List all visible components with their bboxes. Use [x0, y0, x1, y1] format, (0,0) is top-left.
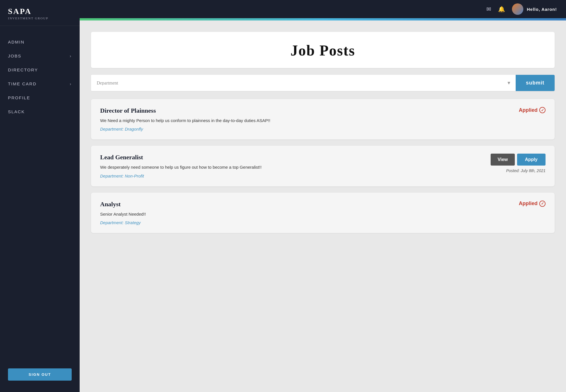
greeting-text: Hello, Aaron!: [527, 7, 557, 12]
job-title-generalist: Lead Generalist: [100, 154, 491, 161]
sidebar-item-label: Directory: [8, 67, 38, 72]
job-info-generalist: Lead Generalist We desperately need some…: [100, 154, 491, 178]
job-dept-director: Department: Dragonfly: [100, 127, 494, 131]
sidebar-item-directory[interactable]: Directory: [0, 63, 80, 77]
posted-date-generalist: Posted: July 8th, 2021: [506, 168, 546, 173]
content-area: Job Posts Department Dragonfly Non-Profi…: [80, 20, 566, 392]
sidebar: SAPA Investment Group Admin Jobs › Direc…: [0, 0, 80, 392]
bell-icon[interactable]: 🔔: [498, 6, 505, 13]
sidebar-item-slack[interactable]: Slack: [0, 105, 80, 119]
sidebar-item-label: Slack: [8, 109, 25, 114]
applied-label: Applied: [519, 107, 538, 113]
job-card-generalist: Lead Generalist We desperately need some…: [91, 146, 555, 186]
job-actions-generalist: View Apply Posted: July 8th, 2021: [491, 154, 546, 173]
signout-button[interactable]: Sign Out: [8, 368, 72, 381]
chevron-right-icon: ›: [70, 54, 72, 58]
logo-subtitle: Investment Group: [8, 16, 72, 20]
job-card-analyst: Analyst Senior Analyst Needed!! Departme…: [91, 193, 555, 233]
job-info-analyst: Analyst Senior Analyst Needed!! Departme…: [100, 201, 494, 225]
job-desc-analyst: Senior Analyst Needed!!: [100, 211, 494, 217]
sidebar-item-label: Time Card: [8, 81, 37, 86]
job-desc-generalist: We desperately need someone to help us f…: [100, 164, 491, 170]
signout-wrap: Sign Out: [0, 363, 80, 392]
applied-label: Applied: [519, 201, 538, 207]
applied-check-icon: ✓: [539, 107, 546, 113]
page-title-card: Job Posts: [91, 32, 555, 68]
user-avatar-wrap[interactable]: Hello, Aaron!: [512, 3, 557, 15]
applied-check-icon: ✓: [539, 201, 546, 207]
sidebar-item-label: Admin: [8, 40, 24, 44]
department-select-wrap: Department Dragonfly Non-Profit Strategy…: [91, 75, 516, 91]
apply-button-generalist[interactable]: Apply: [517, 154, 546, 166]
page-title: Job Posts: [102, 42, 543, 59]
job-dept-analyst: Department: Strategy: [100, 220, 494, 225]
applied-badge-director: Applied ✓: [519, 107, 546, 113]
chevron-right-icon: ›: [70, 82, 72, 86]
view-button-generalist[interactable]: View: [491, 154, 515, 166]
header: ✉ 🔔 Hello, Aaron!: [80, 0, 566, 18]
sidebar-item-label: Profile: [8, 95, 30, 100]
logo-name: SAPA: [8, 7, 72, 16]
job-actions-analyst: Applied ✓: [494, 201, 546, 207]
action-buttons-generalist: View Apply: [491, 154, 546, 166]
main-content: ✉ 🔔 Hello, Aaron! Job Posts Department D…: [80, 0, 566, 392]
job-dept-generalist: Department: Non-Profit: [100, 174, 491, 178]
job-title-analyst: Analyst: [100, 201, 494, 208]
mail-icon[interactable]: ✉: [486, 6, 491, 13]
sidebar-nav: Admin Jobs › Directory Time Card › Profi…: [0, 26, 80, 363]
sidebar-item-admin[interactable]: Admin: [0, 35, 80, 49]
job-card-director: Director of Plainness We Need a mighty P…: [91, 99, 555, 139]
avatar: [512, 3, 523, 15]
job-title-director: Director of Plainness: [100, 107, 494, 114]
sidebar-item-profile[interactable]: Profile: [0, 91, 80, 105]
applied-badge-analyst: Applied ✓: [519, 201, 546, 207]
job-desc-director: We Need a mighty Person to help us confo…: [100, 117, 494, 124]
sidebar-item-jobs[interactable]: Jobs ›: [0, 49, 80, 63]
filter-row: Department Dragonfly Non-Profit Strategy…: [91, 75, 555, 91]
job-info-director: Director of Plainness We Need a mighty P…: [100, 107, 494, 131]
department-select[interactable]: Department Dragonfly Non-Profit Strategy: [91, 75, 516, 90]
sidebar-item-label: Jobs: [8, 53, 21, 58]
gradient-bar: [80, 18, 566, 20]
filter-submit-button[interactable]: submit: [516, 75, 555, 91]
job-actions-director: Applied ✓: [494, 107, 546, 113]
sidebar-logo: SAPA Investment Group: [0, 0, 80, 26]
sidebar-item-timecard[interactable]: Time Card ›: [0, 77, 80, 91]
